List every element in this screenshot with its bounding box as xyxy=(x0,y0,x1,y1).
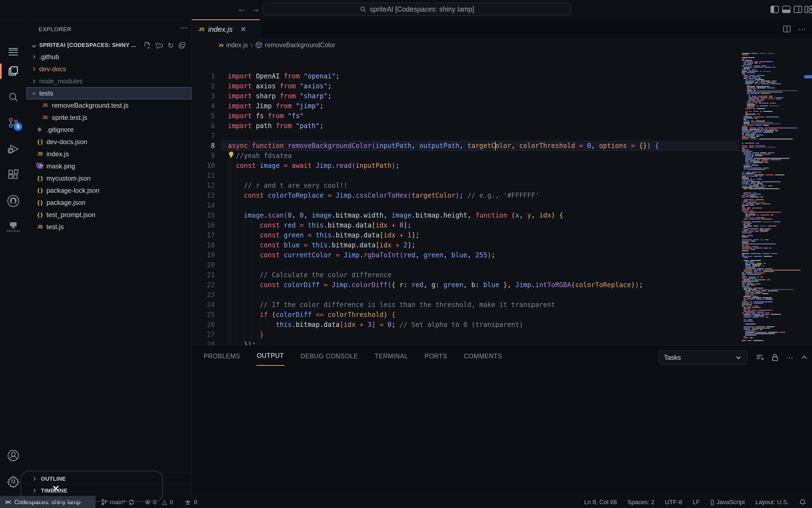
overview-ruler[interactable] xyxy=(805,51,812,345)
tree-item--github[interactable]: .github xyxy=(27,51,191,63)
tree-item-mask-png[interactable]: mask.png xyxy=(27,160,191,172)
panel-tab-output[interactable]: OUTPUT xyxy=(256,346,284,366)
cursor-position[interactable]: Ln 8, Col 68 xyxy=(584,499,617,506)
back-button[interactable]: ← xyxy=(236,4,247,14)
refresh-icon[interactable]: ↻ xyxy=(168,41,174,50)
breadcrumb-file[interactable]: index.js xyxy=(226,41,248,49)
source-control-icon[interactable]: 5 xyxy=(0,112,27,134)
extensions-icon[interactable] xyxy=(0,164,27,186)
tree-item-test-js[interactable]: JStest.js xyxy=(27,221,191,233)
minimap-line xyxy=(748,289,757,290)
code-line-13[interactable]: const colorToReplace = Jimp.cssColorToHe… xyxy=(228,190,539,201)
tree-item-removebackground-test-js[interactable]: JSremoveBackground.test.js xyxy=(27,99,191,112)
customize-layout-icon[interactable] xyxy=(804,5,812,14)
minimap-line xyxy=(752,165,759,166)
code-line-2[interactable]: import axios from "axios"; xyxy=(228,81,332,91)
code-line-24[interactable]: // If the color difference is less than … xyxy=(228,300,555,310)
tree-item--gitignore[interactable]: .gitignore xyxy=(27,124,191,136)
code-line-3[interactable]: import sharp from "sharp"; xyxy=(228,91,332,101)
code-line-6[interactable]: import path from "path"; xyxy=(228,121,324,131)
code-line-26[interactable]: this.bitmap.data[idx + 3] = 0; // Set al… xyxy=(228,320,523,330)
line-number: 3 xyxy=(192,91,215,101)
run-debug-icon[interactable] xyxy=(0,138,27,160)
tree-item-sprite-test-js[interactable]: JSsprite.test.js xyxy=(27,112,191,124)
minimap-line xyxy=(749,277,756,278)
split-editor-icon[interactable] xyxy=(783,25,791,33)
tree-item-dev-docs-json[interactable]: {}dev-docs.json xyxy=(27,136,191,148)
panel-tab-debug-console[interactable]: DEBUG CONSOLE xyxy=(300,347,359,366)
tree-item-node-modules[interactable]: node_modules xyxy=(27,75,191,87)
encoding[interactable]: UTF-8 xyxy=(665,499,682,506)
explorer-title: EXPLORER xyxy=(39,26,71,33)
explorer-more-actions-icon[interactable]: ⋯ xyxy=(180,23,189,32)
code-line-25[interactable]: if (colorDiff <= colorThreshold) { xyxy=(228,310,396,320)
tree-item-test-prompt-json[interactable]: {}test_prompt.json xyxy=(27,209,191,221)
new-folder-icon[interactable] xyxy=(156,41,163,50)
code-line-18[interactable]: const blue = this.bitmap.data[idx + 2]; xyxy=(228,240,415,250)
workspace-section-header[interactable]: SPRITEAI [CODESPACES: SHINY ... ↻ xyxy=(27,39,192,52)
minimap-line xyxy=(754,256,762,257)
new-file-icon[interactable] xyxy=(143,41,151,50)
indentation[interactable]: Spaces: 2 xyxy=(627,499,655,506)
panel-tab-terminal[interactable]: TERMINAL xyxy=(374,347,408,366)
toggle-sidebar-icon[interactable] xyxy=(770,5,779,14)
code-line-15[interactable]: image.scan(0, 0, image.bitmap.width, ima… xyxy=(228,210,563,220)
accounts-icon[interactable] xyxy=(0,444,27,467)
panel-tab-ports[interactable]: PORTS xyxy=(424,347,448,366)
notifications-bell-icon[interactable] xyxy=(799,499,806,506)
lock-icon[interactable] xyxy=(771,353,779,362)
output-channel-select[interactable]: Tasks xyxy=(659,350,747,365)
code-line-27[interactable]: } xyxy=(228,330,264,340)
minimap-line xyxy=(775,174,784,175)
code-line-9[interactable]: //yeah fdsatea xyxy=(228,151,292,161)
search-view-icon[interactable] xyxy=(0,86,27,108)
maximize-panel-icon[interactable] xyxy=(801,354,808,361)
keyboard-layout[interactable]: Layout: U.S. xyxy=(756,499,789,506)
code-line-22[interactable]: const colorDiff = Jimp.colorDiff({ r: re… xyxy=(228,280,643,290)
tree-item-dev-docs[interactable]: dev-docs xyxy=(27,63,191,75)
code-line-28[interactable]: }); xyxy=(228,340,256,345)
code-line-12[interactable]: // r and t are very cool!! xyxy=(228,180,348,190)
tab-close-icon[interactable]: ✕ xyxy=(240,25,246,34)
code-line-5[interactable]: import fs from "fs" xyxy=(228,111,304,121)
code-line-4[interactable]: import Jimp from "jimp"; xyxy=(228,101,324,111)
tree-item-mycustom-json[interactable]: {}mycustom.json xyxy=(27,172,191,184)
minimap-line xyxy=(743,336,746,337)
forward-button[interactable]: → xyxy=(250,4,261,14)
clear-output-icon[interactable] xyxy=(756,353,764,362)
tree-item-package-json[interactable]: {}package.json xyxy=(27,197,191,209)
collapse-folders-icon[interactable] xyxy=(178,41,186,50)
command-center-search[interactable]: spriteAI [Codespaces: shiny lamp] xyxy=(263,3,571,16)
tree-item-package-lock-json[interactable]: {}package-lock.json xyxy=(27,184,191,197)
code-line-17[interactable]: const green = this.bitmap.data[idx + 1]; xyxy=(228,230,419,240)
panel-more-actions-icon[interactable]: ⋯ xyxy=(786,353,794,362)
toggle-secondary-sidebar-icon[interactable] xyxy=(793,5,803,14)
code-line-21[interactable]: // Calculate the color difference xyxy=(228,270,391,280)
menu-icon[interactable] xyxy=(0,37,27,59)
editor-more-actions-icon[interactable]: ⋯ xyxy=(798,25,806,34)
github-icon[interactable] xyxy=(0,190,27,212)
title-bar: ← → spriteAI [Codespaces: shiny lamp] xyxy=(0,0,812,19)
dev-docs-extension-icon[interactable]: Dev-Docs xyxy=(0,216,27,238)
panel-tab-comments[interactable]: COMMENTS xyxy=(463,347,503,366)
tree-item-tests[interactable]: tests xyxy=(27,87,191,99)
minimap[interactable] xyxy=(740,51,805,345)
code-line-1[interactable]: import OpenAI from "openai"; xyxy=(228,71,340,81)
toggle-panel-icon[interactable] xyxy=(782,5,791,14)
minimap-line xyxy=(757,75,765,76)
ports-status[interactable]: 0 xyxy=(185,496,197,508)
tab-index-js[interactable]: JS index.js ✕ xyxy=(192,19,260,39)
code-line-10[interactable]: const image = await Jimp.read(inputPath)… xyxy=(228,161,399,171)
explorer-icon[interactable] xyxy=(0,60,27,82)
code-line-19[interactable]: const currentColor = Jimp.rgbaToInt(red,… xyxy=(228,250,495,260)
code-editor[interactable]: 1import OpenAI from "openai";2import axi… xyxy=(192,51,740,345)
language-mode[interactable]: {} JavaScript xyxy=(710,499,745,506)
breadcrumb-symbol[interactable]: removeBackgroundColor xyxy=(265,41,335,49)
tree-item-index-js[interactable]: JSindex.js xyxy=(27,148,191,160)
minimap-line xyxy=(759,103,769,103)
code-line-8[interactable]: async function removeBackgroundColor(inp… xyxy=(228,141,659,151)
eol-sequence[interactable]: LF xyxy=(693,499,700,506)
code-line-7[interactable] xyxy=(228,131,252,141)
panel-tab-problems[interactable]: PROBLEMS xyxy=(203,347,241,366)
code-line-16[interactable]: const red = this.bitmap.data[idx + 0]; xyxy=(228,220,411,230)
